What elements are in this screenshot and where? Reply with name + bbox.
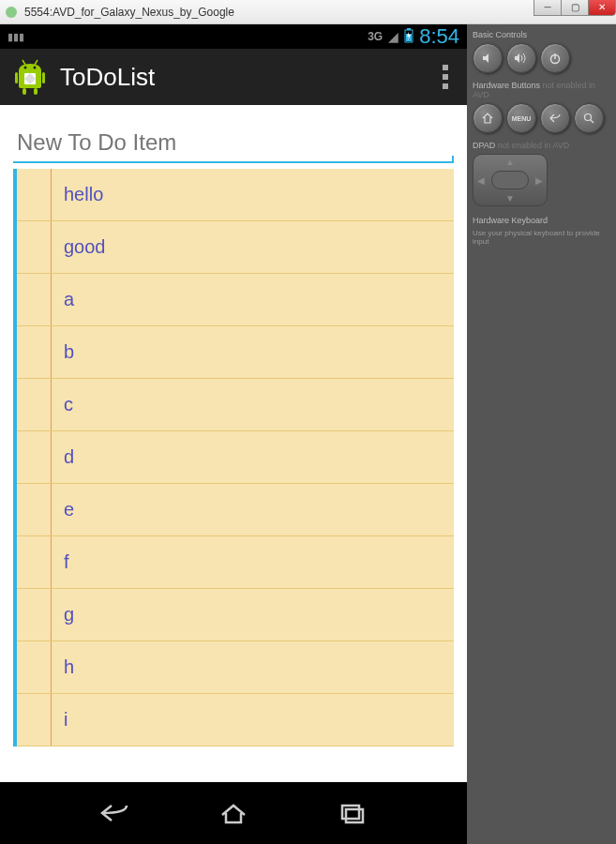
- list-item[interactable]: b: [17, 326, 454, 379]
- basic-controls-label: Basic Controls: [473, 30, 610, 39]
- debug-icon: ▮▮▮: [8, 31, 24, 43]
- svg-rect-14: [346, 809, 363, 822]
- minimize-button[interactable]: ─: [533, 0, 562, 16]
- dpad[interactable]: ▲ ▼ ◀ ▶: [473, 154, 548, 206]
- app-icon: [11, 58, 49, 96]
- overflow-menu-button[interactable]: [435, 57, 456, 97]
- volume-down-button[interactable]: [473, 43, 503, 73]
- content-area: hellogoodabcdefghi: [0, 105, 467, 782]
- list-item[interactable]: g: [17, 589, 454, 641]
- back-button[interactable]: [87, 794, 143, 832]
- app-title: ToDoList: [60, 63, 435, 92]
- dpad-label: DPAD not enabled in AVD: [473, 141, 610, 150]
- power-button[interactable]: [540, 43, 570, 73]
- svg-rect-10: [23, 88, 26, 95]
- list-item[interactable]: e: [17, 484, 454, 536]
- svg-line-4: [23, 60, 25, 65]
- close-button[interactable]: ✕: [588, 0, 616, 16]
- todo-list[interactable]: hellogoodabcdefghi: [13, 169, 454, 746]
- svg-point-0: [6, 7, 17, 18]
- new-todo-input[interactable]: [13, 124, 454, 163]
- svg-point-17: [585, 114, 592, 121]
- android-status-bar[interactable]: ▮▮▮ 3G ◢ 8:54: [0, 24, 467, 49]
- svg-rect-11: [34, 88, 38, 95]
- battery-icon: [404, 28, 413, 46]
- svg-point-6: [24, 67, 27, 69]
- list-item[interactable]: c: [17, 379, 454, 431]
- recent-apps-button[interactable]: [323, 794, 380, 832]
- svg-rect-13: [342, 806, 359, 819]
- list-item[interactable]: i: [17, 694, 454, 746]
- emu-search-button[interactable]: [574, 103, 604, 133]
- dpad-left-icon: ◀: [477, 175, 485, 186]
- svg-rect-2: [407, 28, 411, 30]
- window-controls: ─ ▢ ✕: [534, 0, 616, 16]
- dpad-down-icon: ▼: [505, 193, 515, 203]
- window-titlebar: 5554:AVD_for_Galaxy_Nexus_by_Google ─ ▢ …: [0, 0, 616, 24]
- svg-rect-9: [42, 72, 45, 83]
- android-nav-bar: [0, 782, 467, 844]
- emu-back-button[interactable]: [540, 103, 570, 133]
- list-item[interactable]: f: [17, 536, 454, 589]
- signal-icon: ◢: [388, 29, 398, 44]
- network-indicator: 3G: [368, 30, 383, 43]
- app-action-bar: ToDoList: [0, 49, 467, 105]
- svg-line-5: [35, 60, 38, 65]
- list-item[interactable]: hello: [17, 169, 454, 221]
- dpad-center-button[interactable]: [491, 171, 529, 189]
- volume-up-button[interactable]: [506, 43, 536, 73]
- phone-screen: ▮▮▮ 3G ◢ 8:54: [0, 24, 467, 844]
- list-item[interactable]: h: [17, 641, 454, 694]
- list-item[interactable]: d: [17, 431, 454, 484]
- dpad-up-icon: ▲: [505, 157, 515, 167]
- emu-home-button[interactable]: [473, 103, 503, 133]
- window-title: 5554:AVD_for_Galaxy_Nexus_by_Google: [24, 6, 612, 19]
- svg-line-18: [591, 120, 593, 123]
- list-item[interactable]: a: [17, 274, 454, 326]
- home-button[interactable]: [205, 794, 262, 832]
- hw-buttons-label: Hardware Buttons not enabled in AVD: [473, 81, 610, 99]
- hw-keyboard-hint: Use your physical keyboard to provide in…: [473, 229, 610, 246]
- hw-keyboard-label: Hardware Keyboard: [473, 216, 610, 225]
- clock: 8:54: [419, 24, 459, 49]
- emulator-control-panel: Basic Controls Hardware Buttons not enab…: [467, 24, 616, 844]
- window-app-icon: [4, 5, 19, 20]
- svg-rect-8: [15, 72, 18, 83]
- dpad-right-icon: ▶: [535, 175, 543, 186]
- svg-point-7: [34, 67, 37, 69]
- emu-menu-button[interactable]: MENU: [506, 103, 536, 133]
- maximize-button[interactable]: ▢: [561, 0, 589, 16]
- list-item[interactable]: good: [17, 221, 454, 274]
